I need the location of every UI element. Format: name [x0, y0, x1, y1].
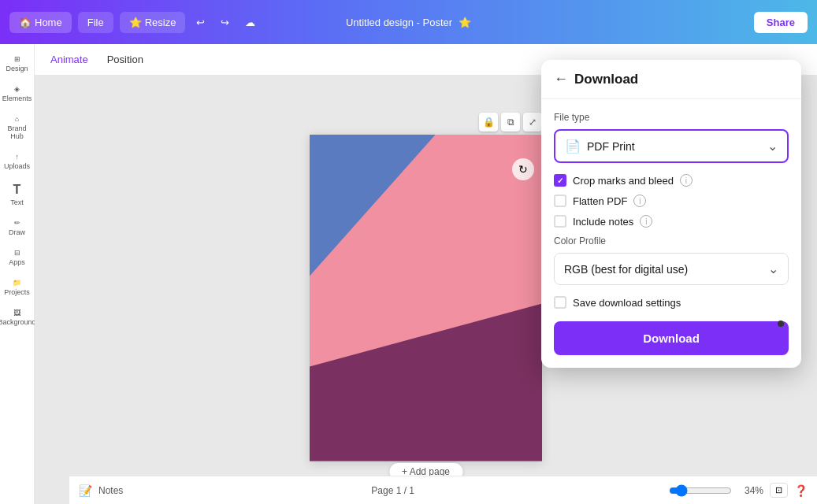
crop-marks-row: Crop marks and bleed i	[554, 174, 789, 187]
zoom-level: 34%	[745, 485, 763, 496]
back-icon: ←	[554, 71, 568, 87]
back-button[interactable]: ←	[554, 71, 568, 87]
sidebar-label-background: Background	[0, 318, 36, 326]
crop-marks-label: Crop marks and bleed	[573, 175, 674, 187]
panel-title: Download	[574, 72, 638, 87]
copy-icon[interactable]: ⧉	[501, 113, 520, 132]
brand-icon: ⌂	[15, 115, 19, 123]
file-button[interactable]: File	[78, 12, 113, 33]
design-icon: ⊞	[14, 55, 20, 63]
star-icon: ⭐	[129, 17, 142, 28]
apps-icon: ⊟	[14, 249, 20, 257]
fit-button[interactable]: ⊡	[770, 483, 788, 498]
crop-marks-info-icon[interactable]: i	[680, 174, 693, 187]
expand-icon[interactable]: ⤢	[523, 113, 542, 132]
home-icon: 🏠	[19, 17, 32, 28]
color-profile-select[interactable]: RGB (best for digital use) ⌄	[554, 253, 789, 285]
undo-button[interactable]: ↩	[191, 12, 210, 33]
projects-icon: 📁	[13, 279, 21, 287]
download-button-label: Download	[643, 332, 700, 345]
position-label: Position	[107, 54, 143, 65]
flatten-pdf-label: Flatten PDF	[573, 195, 627, 207]
sidebar-label-uploads: Uploads	[4, 162, 30, 170]
notes-icon: 📝	[79, 484, 92, 497]
crop-marks-checkbox[interactable]	[554, 174, 566, 187]
share-button[interactable]: Share	[754, 12, 808, 33]
flatten-pdf-row: Flatten PDF i	[554, 195, 789, 207]
text-icon: T	[13, 183, 21, 197]
refresh-button[interactable]: ↻	[512, 158, 534, 180]
top-nav: 🏠 Home File ⭐ Resize ↩ ↪ ☁ Untitled desi…	[0, 0, 817, 44]
pdf-icon: 📄	[565, 139, 581, 154]
panel-body: File type 📄 PDF Print ⌄ Crop marks and b…	[541, 99, 801, 368]
flatten-pdf-checkbox[interactable]	[554, 195, 566, 207]
color-profile-label: Color Profile	[554, 235, 789, 246]
elements-icon: ◈	[14, 85, 20, 93]
cloud-icon: ☁	[245, 17, 255, 28]
sidebar-label-apps: Apps	[9, 258, 25, 266]
sidebar-label-draw: Draw	[9, 228, 25, 236]
sidebar-item-apps[interactable]: ⊟ Apps	[2, 244, 33, 271]
sidebar-item-text[interactable]: T Text	[2, 178, 33, 211]
sidebar-label-text: Text	[10, 198, 24, 206]
home-button[interactable]: 🏠 Home	[9, 12, 72, 33]
uploads-icon: ↑	[15, 153, 19, 161]
bottom-bar: 📝 Notes Page 1 / 1 34% ⊡ ❓	[69, 476, 817, 504]
save-settings-row: Save download settings	[554, 296, 789, 309]
refresh-icon: ↻	[518, 163, 528, 176]
include-notes-row: Include notes i	[554, 215, 789, 228]
file-type-select[interactable]: 📄 PDF Print ⌄	[554, 129, 789, 163]
file-type-value: PDF Print	[587, 140, 761, 153]
draw-icon: ✏	[14, 219, 20, 227]
resize-button[interactable]: ⭐ Resize	[120, 12, 186, 33]
sidebar-label-brand: Brand Hub	[5, 124, 30, 140]
flatten-pdf-info-icon[interactable]: i	[633, 195, 646, 207]
zoom-slider[interactable]	[669, 484, 732, 497]
sidebar-label-projects: Projects	[4, 288, 30, 296]
sidebar-item-elements[interactable]: ◈ Elements	[2, 80, 33, 107]
file-label: File	[87, 17, 104, 28]
file-type-label: File type	[554, 112, 789, 123]
page-info: Page 1 / 1	[371, 485, 414, 496]
poster-canvas[interactable]	[310, 135, 542, 461]
position-button[interactable]: Position	[101, 50, 150, 69]
animate-button[interactable]: Animate	[44, 50, 95, 69]
background-icon: 🖼	[13, 309, 20, 317]
resize-label: Resize	[145, 17, 176, 28]
sidebar: ⊞ Design ◈ Elements ⌂ Brand Hub ↑ Upload…	[0, 44, 35, 504]
share-label: Share	[767, 17, 795, 28]
sidebar-item-background[interactable]: 🖼 Background	[2, 304, 33, 331]
sidebar-label-design: Design	[6, 65, 28, 72]
panel-header: ← Download	[541, 60, 801, 99]
help-button[interactable]: ❓	[794, 484, 808, 497]
undo-icon: ↩	[196, 17, 205, 28]
include-notes-info-icon[interactable]: i	[640, 215, 652, 228]
save-cloud-button[interactable]: ☁	[240, 12, 260, 33]
poster-overlay-icons: 🔒 ⧉ ⤢	[479, 113, 542, 132]
title-text: Untitled design - Poster	[346, 17, 452, 28]
color-chevron-down-icon: ⌄	[768, 261, 778, 276]
save-settings-label: Save download settings	[573, 297, 681, 309]
sidebar-item-draw[interactable]: ✏ Draw	[2, 214, 33, 241]
sidebar-item-brand[interactable]: ⌂ Brand Hub	[2, 110, 33, 145]
sidebar-item-uploads[interactable]: ↑ Uploads	[2, 148, 33, 175]
sidebar-item-design[interactable]: ⊞ Design	[2, 50, 33, 77]
save-settings-checkbox[interactable]	[554, 296, 566, 309]
include-notes-label: Include notes	[573, 216, 633, 228]
animate-label: Animate	[50, 54, 88, 65]
include-notes-checkbox[interactable]	[554, 215, 566, 228]
poster-container[interactable]: 🔒 ⧉ ⤢ ↻	[310, 135, 542, 461]
lock-icon[interactable]: 🔒	[479, 113, 498, 132]
redo-button[interactable]: ↪	[216, 12, 234, 33]
chevron-down-icon: ⌄	[767, 139, 778, 154]
color-profile-value: RGB (best for digital use)	[564, 263, 762, 276]
sidebar-label-elements: Elements	[2, 94, 32, 102]
notes-label: Notes	[98, 485, 123, 496]
redo-icon: ↪	[221, 17, 229, 28]
main-layout: ⊞ Design ◈ Elements ⌂ Brand Hub ↑ Upload…	[0, 44, 817, 504]
star-favorite-icon: ⭐	[459, 17, 471, 28]
download-panel: ← Download File type 📄 PDF Print ⌄	[541, 60, 801, 368]
download-button[interactable]: Download	[554, 321, 789, 355]
nav-right: Share	[754, 12, 808, 33]
sidebar-item-projects[interactable]: 📁 Projects	[2, 274, 33, 301]
